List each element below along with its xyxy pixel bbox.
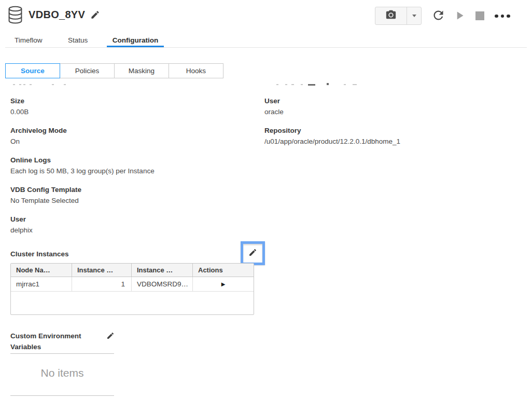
column-header-node-name[interactable]: Node Na… [11,264,72,277]
edit-custom-env-variables-button[interactable] [105,331,116,341]
rename-vdb-button[interactable] [89,10,101,21]
tab-timeflow[interactable]: Timeflow [15,36,43,44]
field-label: User [264,95,519,106]
field-value: Each log is 50 MB, 3 log group(s) per In… [10,166,254,176]
cell-node-name: mjrrac1 [11,277,72,291]
field-value: 0.00B [10,106,254,117]
field-label: User [10,214,254,225]
cell-instance-number: 1 [72,277,132,291]
field-repository: Repository /u01/app/oracle/product/12.2.… [264,125,519,147]
field-size: Size 0.00B [10,95,254,117]
pencil-icon [248,248,257,258]
pencil-icon [90,10,100,21]
stop-icon [475,11,484,20]
field-user: User delphix [10,214,254,236]
snapshot-button[interactable] [375,7,407,24]
field-label: Size [10,95,254,106]
custom-env-variables-title: Custom Environment Variables [10,331,104,352]
subtab-masking[interactable]: Masking [114,63,169,78]
play-icon [453,9,466,24]
field-value: /u01/app/oracle/product/12.2.0.1/dbhome_… [264,136,519,147]
custom-env-divider-bottom [10,395,114,396]
stop-vdb-button[interactable] [475,11,485,21]
configuration-subtabs: Source Policies Masking Hooks [5,63,223,78]
subtab-source[interactable]: Source [5,63,60,78]
field-label: VDB Config Template [10,184,254,195]
vdb-configuration-page: VDBO_8YV Timeflow Status C [0,0,532,399]
subtab-policies[interactable]: Policies [60,63,115,78]
refresh-button[interactable] [430,8,446,24]
refresh-icon [431,8,445,24]
database-icon [7,6,23,27]
field-online-logs: Online Logs Each log is 50 MB, 3 log gro… [10,155,254,176]
edit-cluster-instances-button[interactable] [241,241,265,265]
custom-env-empty-text: No items [10,367,114,379]
column-header-instance-number[interactable]: Instance … [72,264,132,277]
subtab-hooks[interactable]: Hooks [169,63,223,78]
field-value: delphix [10,225,254,236]
start-vdb-button[interactable] [452,9,467,23]
field-label: Repository [264,125,519,136]
custom-env-divider-top [10,353,114,354]
tab-configuration[interactable]: Configuration [107,36,164,44]
more-actions-button[interactable] [493,12,512,20]
source-fields-right: User oracle Repository /u01/app/oracle/p… [264,95,519,155]
field-archivelog-mode: Archivelog Mode On [10,125,254,147]
snapshot-options-button[interactable] [407,7,421,24]
source-fields-left: Size 0.00B Archivelog Mode On Online Log… [10,95,254,243]
pencil-icon [106,332,115,341]
field-value: oracle [264,106,519,117]
field-vdb-config-template: VDB Config Template No Template Selected [10,184,254,206]
cluster-instances-title: Cluster Instances [10,250,69,258]
column-header-actions[interactable]: Actions [193,264,254,277]
tabbar-divider [5,47,527,48]
field-value: On [10,136,254,147]
cluster-instances-table: Node Na… Instance … Instance … Actions m… [10,263,254,315]
field-label: Archivelog Mode [10,125,254,136]
field-value: No Template Selected [10,195,254,206]
tab-status[interactable]: Status [68,36,88,44]
table-row[interactable]: mjrrac1 1 VDBOMSRD9… ▶ [11,277,254,292]
column-header-instance-name[interactable]: Instance … [132,264,193,277]
table-header-row: Node Na… Instance … Instance … Actions [11,264,254,277]
camera-icon [385,9,397,22]
cell-instance-name: VDBOMSRD9… [132,277,193,291]
field-user-os: User oracle [264,95,519,117]
caret-down-icon [412,15,416,17]
custom-env-title-line1: Custom Environment [10,331,104,341]
custom-env-title-line2: Variables [10,341,104,352]
snapshot-split-button [375,7,422,25]
page-title: VDBO_8YV [29,9,85,21]
field-label: Online Logs [10,155,254,166]
row-action-play-icon[interactable]: ▶ [193,277,254,291]
ellipsis-icon [495,15,498,18]
